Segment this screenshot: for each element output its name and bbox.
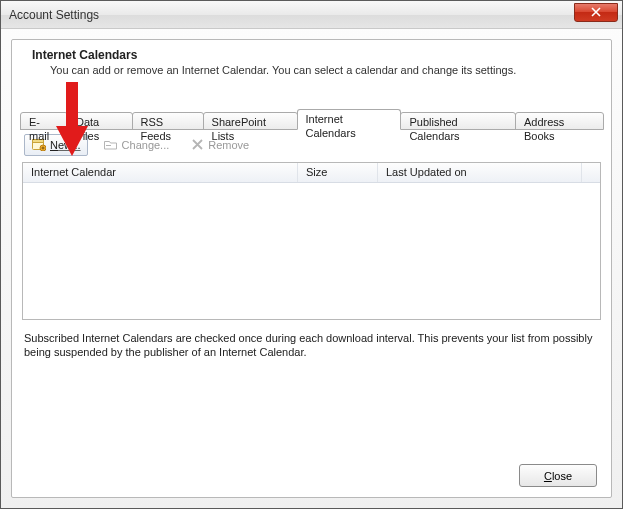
folder-change-icon [103,137,118,153]
tab-label: Internet Calendars [306,113,356,139]
tabs-row: E-mail Data Files RSS Feeds SharePoint L… [12,108,611,130]
tab-rss-feeds[interactable]: RSS Feeds [132,112,204,130]
tab-label: Data Files [76,116,99,142]
column-header-last-updated[interactable]: Last Updated on [378,163,582,182]
column-header-calendar[interactable]: Internet Calendar [23,163,298,182]
dialog-footer: Close [519,464,597,487]
column-header-spacer [582,163,600,182]
page-title: Internet Calendars [32,48,591,62]
tab-sharepoint-lists[interactable]: SharePoint Lists [203,112,298,130]
page-description: You can add or remove an Internet Calend… [32,64,591,82]
titlebar: Account Settings [1,1,622,29]
header-block: Internet Calendars You can add or remove… [12,40,611,88]
list-header: Internet Calendar Size Last Updated on [23,163,600,183]
calendar-list[interactable]: Internet Calendar Size Last Updated on [22,162,601,320]
close-icon [591,7,601,19]
remove-x-icon [191,138,204,153]
tab-label: RSS Feeds [141,116,172,142]
column-header-size[interactable]: Size [298,163,378,182]
close-button[interactable]: Close [519,464,597,487]
help-text: Subscribed Internet Calendars are checke… [12,326,611,360]
dialog-content: Internet Calendars You can add or remove… [11,39,612,498]
tab-address-books[interactable]: Address Books [515,112,604,130]
list-body[interactable] [23,183,600,319]
close-button-label: Close [544,470,572,482]
account-settings-dialog: Account Settings Internet Calendars You … [0,0,623,509]
tab-label: Published Calendars [409,116,459,142]
tab-internet-calendars[interactable]: Internet Calendars [297,109,402,130]
tab-label: E-mail [29,116,49,142]
tab-data-files[interactable]: Data Files [67,112,133,130]
window-title: Account Settings [9,8,99,22]
tab-email[interactable]: E-mail [20,112,68,130]
tab-published-calendars[interactable]: Published Calendars [400,112,516,130]
window-close-button[interactable] [574,3,618,22]
